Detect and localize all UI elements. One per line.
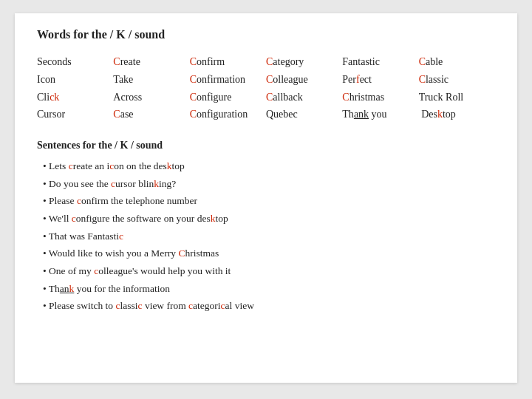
word-across: Across [113,89,189,106]
underline-ank: ank [354,109,369,120]
column-1: Seconds Icon Click Cursor [37,53,113,123]
word-fantastic: Fantastic [342,53,418,71]
word-truckroll: Truck Roll [419,89,495,106]
s5-h1: c [119,231,123,242]
s8-h1: k [69,283,75,294]
word-perfect: Perfect [342,71,418,89]
highlight-fect: f [356,74,360,85]
word-case: Case [113,106,189,123]
main-page: Words for the / K / sound Seconds Icon C… [15,13,517,383]
sentences-heading: Sentences for the / K / sound [37,140,495,151]
sentence-2: Do you see the cursor blinking? [37,175,495,193]
word-desktop: Desktop [419,106,495,123]
column-2: Create Take Across Case [113,53,189,123]
s9-h3: c [188,300,193,311]
word-colleague: Colleague [266,71,342,89]
s2-h1: c [111,178,115,189]
s3-h1: c [77,195,81,206]
sentence-9: Please switch to classic view from categ… [37,297,495,315]
s4-h1: c [72,213,76,224]
sentence-5: That was Fantastic [37,228,495,245]
word-cable: Cable [419,53,495,71]
word-columns: Seconds Icon Click Cursor Create Take Ac… [37,53,495,123]
column-4: Category Colleague Callback Quebec [266,53,342,123]
highlight-c6: C [190,109,197,120]
s1-h3: k [167,160,172,171]
word-confirm: Confirm [190,53,266,71]
word-classic: Classic [419,71,495,89]
highlight-c8: C [266,74,273,85]
column-6: Cable Classic Truck Roll Desktop [419,53,495,123]
sentence-7: One of my colleague's would help you wit… [37,262,495,280]
sentence-3: Please confirm the telephone number [37,192,495,210]
s9-h2: c [138,300,143,311]
page-title: Words for the / K / sound [37,28,495,41]
word-seconds: Seconds [37,53,113,71]
highlight-c: C [113,56,120,67]
word-click: Click [37,89,113,106]
word-category: Category [266,53,342,71]
highlight-c10: C [342,92,349,103]
s1-h2: c [109,160,114,171]
highlight-c3: C [190,56,197,67]
highlight-c9: C [266,92,273,103]
sentences-section: Sentences for the / K / sound Lets creat… [37,140,495,315]
word-icon: Icon [37,71,113,89]
word-quebec: Quebec [266,106,342,123]
highlight-c4: C [190,74,197,85]
word-take: Take [113,71,189,89]
sentence-4: We'll configure the software on your des… [37,210,495,228]
word-configure: Configure [190,89,266,106]
word-create: Create [113,53,189,71]
highlight-c7: C [266,56,273,67]
word-callback: Callback [266,89,342,106]
s9-h4: c [221,300,225,311]
s7-h1: c [94,265,98,276]
word-cursor: Cursor [37,106,113,123]
word-christmas: Christmas [342,89,418,106]
column-5: Fantastic Perfect Christmas Thank you [342,53,418,123]
word-thankyou: Thank you [342,106,418,123]
s8-underline: ank [60,283,75,294]
s9-h1: c [115,300,120,311]
s1-highlight: c [69,160,73,171]
highlight-click: ck [50,92,59,103]
word-configuration: Configuration [190,106,266,123]
column-3: Confirm Confirmation Configure Configura… [190,53,266,123]
sentence-1: Lets create an icon on the desktop [37,157,495,175]
highlight-c12: C [419,74,426,85]
s4-h2: k [211,213,216,224]
s6-h1: C [178,248,185,259]
word-confirmation: Confirmation [190,71,266,89]
highlight-c2: C [113,109,120,120]
sentence-6: Would like to wish you a Merry Christmas [37,245,495,262]
highlight-k: k [437,109,443,120]
highlight-c11: C [419,56,426,67]
s2-h2: k [154,178,159,189]
sentence-8: Thank you for the information [37,280,495,298]
highlight-c5: C [190,92,197,103]
